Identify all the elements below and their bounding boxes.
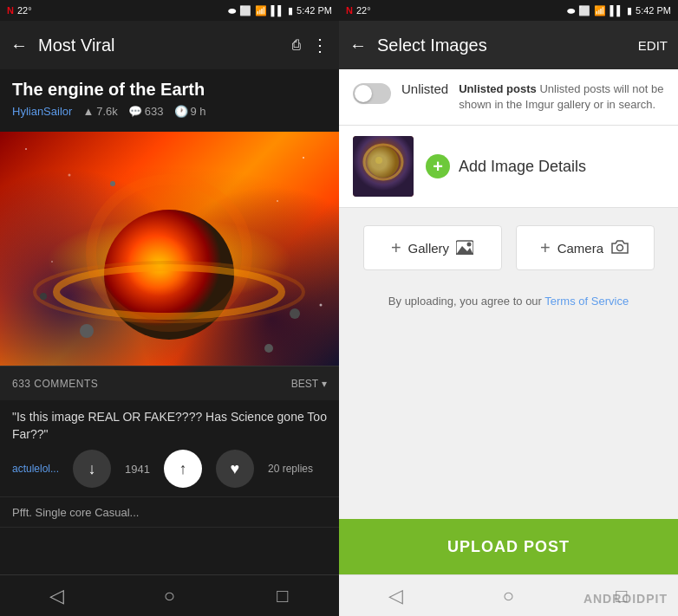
upload-button-label: UPLOAD POST [447, 538, 570, 556]
left-page-title: Most Viral [38, 36, 282, 55]
comments-bar: 633 COMMENTS BEST ▾ [0, 366, 339, 400]
svg-point-23 [617, 244, 623, 250]
left-signal-text: 22° [17, 5, 32, 16]
comment-author[interactable]: actulelol... [12, 463, 59, 475]
svg-point-22 [467, 242, 472, 246]
left-bottom-nav: ◁ ○ □ [0, 574, 339, 616]
svg-point-4 [51, 261, 53, 263]
gallery-plus-icon: + [391, 238, 401, 258]
edit-button[interactable]: EDIT [638, 38, 668, 53]
camera-button[interactable]: + Camera [516, 225, 655, 270]
left-menu-button[interactable]: ⋮ [311, 35, 329, 55]
svg-point-3 [277, 200, 278, 202]
left-battery-icon: ▮ [288, 5, 293, 16]
androidpit-watermark: ANDROIDPIT [583, 592, 668, 606]
left-network-icon: N [7, 5, 14, 16]
post-title: The engine of the Earth [12, 80, 327, 100]
unlisted-toggle[interactable] [353, 83, 391, 104]
source-buttons: + Gallery + Camera [339, 208, 678, 288]
right-battery-icon: ▮ [627, 5, 632, 16]
comment-text: "Is this image REAL OR FAKE???? Has Scie… [12, 409, 327, 443]
tos-link[interactable]: Terms of Service [544, 295, 629, 308]
svg-point-12 [40, 293, 47, 300]
upvote-button[interactable]: ↑ [164, 450, 202, 488]
add-icon: + [426, 154, 450, 178]
svg-marker-21 [456, 246, 473, 255]
right-panel: N 22° ⬬ ⬜ 📶 ▌▌ ▮ 5:42 PM ← Select Images… [339, 0, 678, 616]
svg-point-0 [25, 148, 27, 150]
post-content: The engine of the Earth HylianSailor ▲ 7… [0, 69, 339, 132]
post-image-svg [0, 132, 339, 366]
clock-icon: 🕐 [174, 105, 188, 118]
add-image-button[interactable]: + Add Image Details [426, 154, 586, 178]
left-status-right: ⬬ ⬜ 📶 ▌▌ ▮ 5:42 PM [228, 5, 332, 16]
svg-point-2 [303, 157, 304, 159]
left-status-bar: N 22° ⬬ ⬜ 📶 ▌▌ ▮ 5:42 PM [0, 0, 339, 21]
gallery-button[interactable]: + Gallery [363, 225, 502, 270]
right-network-icon: N [346, 5, 353, 16]
right-top-bar: ← Select Images EDIT [339, 21, 678, 69]
gallery-icon [456, 239, 473, 257]
downvote-button[interactable]: ↓ [73, 450, 111, 488]
camera-plus-icon: + [540, 238, 551, 258]
right-nfc-icon: ⬜ [578, 5, 590, 16]
post-image [0, 132, 339, 366]
left-bluetooth-icon: ⬬ [228, 5, 236, 16]
heart-icon: ♥ [231, 460, 240, 478]
post-points: ▲ 7.6k [82, 105, 117, 118]
tos-text: By uploading, you agree to our Terms of … [339, 288, 678, 321]
right-page-title: Select Images [377, 36, 628, 55]
left-wifi-icon: 📶 [255, 5, 267, 16]
post-meta: HylianSailor ▲ 7.6k 💬 633 🕐 9 h [12, 105, 327, 118]
post-comment-count: 💬 633 [128, 105, 164, 118]
right-home-nav-button[interactable]: ○ [473, 575, 543, 617]
thumb-svg [353, 136, 414, 197]
chevron-down-icon: ▾ [322, 378, 327, 390]
svg-point-17 [368, 146, 399, 178]
svg-point-11 [290, 308, 300, 319]
right-back-button[interactable]: ← [349, 36, 367, 55]
heart-button[interactable]: ♥ [216, 450, 254, 488]
home-nav-button[interactable]: ○ [134, 575, 204, 617]
arrow-up-icon: ↑ [179, 460, 186, 478]
preview-thumbnail [353, 136, 414, 197]
left-back-button[interactable]: ← [10, 36, 28, 55]
right-back-nav-button[interactable]: ◁ [361, 575, 430, 617]
left-status-left: N 22° [7, 5, 32, 16]
right-signal-text: 22° [356, 5, 371, 16]
left-top-bar: ← Most Viral ⎙ ⋮ [0, 21, 339, 69]
comment-actions: actulelol... ↓ 1941 ↑ ♥ 20 replies [12, 450, 327, 488]
gallery-label: Gallery [408, 241, 450, 256]
partial-comment-text: Pfft. Single core Casual... [12, 506, 139, 519]
svg-rect-16 [353, 136, 414, 197]
unlisted-posts-text: Unlisted posts [459, 82, 537, 95]
arrow-up-icon: ▲ [82, 105, 94, 118]
upload-button[interactable]: UPLOAD POST [339, 519, 678, 574]
left-panel: N 22° ⬬ ⬜ 📶 ▌▌ ▮ 5:42 PM ← Most Viral ⎙ … [0, 0, 339, 616]
right-status-bar: N 22° ⬬ ⬜ 📶 ▌▌ ▮ 5:42 PM [339, 0, 678, 21]
post-time: 🕐 9 h [174, 105, 206, 118]
recents-nav-button[interactable]: □ [248, 575, 317, 617]
svg-point-10 [80, 324, 94, 338]
comments-count: 633 COMMENTS [12, 378, 98, 390]
arrow-down-icon: ↓ [88, 460, 96, 478]
back-nav-button[interactable]: ◁ [22, 575, 91, 617]
unlisted-description: Unlisted posts Unlisted posts will not b… [459, 81, 664, 113]
post-author[interactable]: HylianSailor [12, 105, 72, 118]
unlisted-label: Unlisted [401, 81, 448, 96]
svg-point-1 [68, 174, 71, 177]
left-share-button[interactable]: ⎙ [292, 37, 301, 53]
right-status-right: ⬬ ⬜ 📶 ▌▌ ▮ 5:42 PM [567, 5, 671, 16]
right-signal-icon: ▌▌ [610, 5, 623, 16]
svg-point-13 [264, 344, 273, 353]
add-image-label: Add Image Details [459, 158, 586, 176]
left-time: 5:42 PM [297, 5, 332, 16]
right-status-left: N 22° [346, 5, 371, 16]
right-bluetooth-icon: ⬬ [567, 5, 575, 16]
right-bottom-nav: ◁ ○ □ ANDROIDPIT [339, 574, 678, 616]
sort-selector[interactable]: BEST ▾ [291, 378, 327, 390]
camera-icon [610, 239, 629, 257]
left-signal-icon: ▌▌ [271, 5, 284, 16]
image-preview-row: + Add Image Details [339, 126, 678, 208]
unlisted-row: Unlisted Unlisted posts Unlisted posts w… [339, 69, 678, 126]
